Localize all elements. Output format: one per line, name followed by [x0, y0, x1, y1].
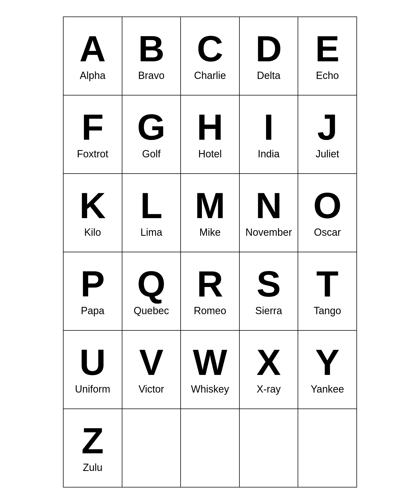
letter-f: F	[81, 109, 104, 145]
letter-w: W	[193, 344, 227, 381]
letter-e: E	[315, 31, 340, 67]
word-tango: Tango	[314, 305, 341, 317]
cell-m: MMike	[181, 174, 240, 252]
cell-n: NNovember	[240, 174, 298, 252]
word-mike: Mike	[199, 227, 221, 238]
letter-v: V	[139, 344, 164, 381]
alphabet-grid: AAlphaBBravoCCharlieDDeltaEEchoFFoxtrotG…	[63, 17, 357, 487]
letter-k: K	[80, 187, 106, 224]
letter-c: C	[197, 31, 223, 67]
word-india: India	[258, 148, 280, 160]
word-echo: Echo	[316, 70, 339, 81]
cell-j: JJuliet	[298, 95, 357, 174]
letter-z: Z	[81, 423, 104, 459]
letter-y: Y	[315, 344, 340, 381]
letter-o: O	[313, 187, 342, 224]
word-victor: Victor	[139, 383, 164, 395]
cell-i: IIndia	[240, 95, 298, 174]
cell-o: OOscar	[298, 174, 357, 252]
cell-v: VVictor	[122, 331, 181, 409]
word-november: November	[246, 227, 292, 238]
letter-g: G	[137, 109, 165, 145]
letter-d: D	[256, 31, 282, 67]
letter-i: I	[264, 109, 274, 145]
cell-q: QQuebec	[122, 252, 181, 331]
word-bravo: Bravo	[138, 70, 164, 81]
letter-r: R	[197, 266, 223, 302]
cell-f: FFoxtrot	[64, 95, 122, 174]
cell-b: BBravo	[122, 17, 181, 95]
word-oscar: Oscar	[314, 227, 341, 238]
word-whiskey: Whiskey	[191, 383, 229, 395]
letter-m: M	[195, 187, 225, 224]
cell-l: LLima	[122, 174, 181, 252]
cell-s: SSierra	[240, 252, 298, 331]
cell-z: ZZulu	[64, 409, 122, 487]
cell-y: YYankee	[298, 331, 357, 409]
letter-s: S	[256, 266, 281, 302]
word-uniform: Uniform	[75, 383, 110, 395]
letter-n: N	[256, 187, 282, 224]
cell-empty-2	[240, 409, 298, 487]
cell-a: AAlpha	[64, 17, 122, 95]
letter-j: J	[317, 109, 337, 145]
cell-h: HHotel	[181, 95, 240, 174]
word-romeo: Romeo	[194, 305, 226, 317]
cell-d: DDelta	[240, 17, 298, 95]
cell-p: PPapa	[64, 252, 122, 331]
word-sierra: Sierra	[255, 305, 282, 317]
letter-q: Q	[137, 266, 165, 302]
letter-h: H	[197, 109, 223, 145]
word-kilo: Kilo	[84, 227, 101, 238]
letter-a: A	[80, 31, 106, 67]
word-x-ray: X-ray	[257, 383, 281, 395]
word-juliet: Juliet	[316, 148, 339, 160]
cell-empty-3	[298, 409, 357, 487]
cell-e: EEcho	[298, 17, 357, 95]
cell-x: XX-ray	[240, 331, 298, 409]
word-papa: Papa	[81, 305, 104, 317]
word-charlie: Charlie	[194, 70, 226, 81]
letter-x: X	[256, 344, 281, 381]
word-lima: Lima	[140, 227, 162, 238]
cell-w: WWhiskey	[181, 331, 240, 409]
letter-b: B	[138, 31, 164, 67]
cell-c: CCharlie	[181, 17, 240, 95]
word-yankee: Yankee	[311, 383, 344, 395]
word-quebec: Quebec	[134, 305, 169, 317]
cell-g: GGolf	[122, 95, 181, 174]
cell-t: TTango	[298, 252, 357, 331]
word-hotel: Hotel	[198, 148, 222, 160]
word-delta: Delta	[257, 70, 281, 81]
word-alpha: Alpha	[80, 70, 106, 81]
cell-u: UUniform	[64, 331, 122, 409]
word-golf: Golf	[142, 148, 160, 160]
letter-p: P	[80, 266, 105, 302]
cell-r: RRomeo	[181, 252, 240, 331]
letter-l: L	[140, 187, 162, 224]
letter-t: T	[316, 266, 338, 302]
cell-k: KKilo	[64, 174, 122, 252]
cell-empty-0	[122, 409, 181, 487]
letter-u: U	[80, 344, 106, 381]
word-foxtrot: Foxtrot	[77, 148, 108, 160]
cell-empty-1	[181, 409, 240, 487]
word-zulu: Zulu	[83, 462, 102, 473]
